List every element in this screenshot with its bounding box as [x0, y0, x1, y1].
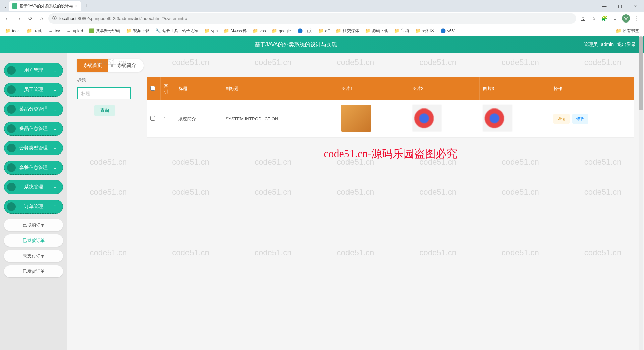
bookmark-item[interactable]: 📁vpn — [202, 27, 220, 35]
bookmark-icon: 📁 — [415, 28, 421, 34]
bookmark-label: 云社区 — [422, 28, 434, 34]
browser-chrome: ⌄ 基于JAVA的外卖系统的设计与 × + — ▢ ✕ ← → ⟳ ⌂ ⓘ lo… — [0, 0, 644, 37]
bookmark-item[interactable]: ☁uplod — [64, 27, 85, 35]
bookmark-label: google — [279, 29, 291, 33]
bookmark-icon: 📁 — [5, 28, 10, 34]
bookmark-label: tools — [12, 29, 20, 33]
scrollbar[interactable] — [639, 36, 643, 37]
site-info-icon[interactable]: ⓘ — [52, 15, 57, 21]
bookmark-label: v651 — [447, 29, 456, 33]
bookmark-label: 站长工具 - 站长之家 — [162, 28, 198, 34]
favicon-icon — [12, 3, 17, 9]
reload-icon[interactable]: ⟳ — [25, 14, 35, 23]
bookmark-label: 社交媒体 — [343, 28, 359, 34]
password-icon[interactable]: ⚿ — [578, 14, 588, 23]
bookmark-icon: ☁ — [66, 28, 71, 34]
maximize-icon[interactable]: ▢ — [613, 1, 627, 11]
bookmark-icon: 🔧 — [155, 28, 161, 34]
bookmark-icon: 🔵 — [440, 28, 446, 34]
bookmark-icon: 📁 — [253, 28, 258, 34]
bookmark-icon: 🟩 — [89, 28, 94, 34]
bookmark-icon: 📁 — [224, 28, 229, 34]
forward-icon[interactable]: → — [14, 14, 23, 23]
bookmark-label: aff — [325, 29, 330, 33]
bookmark-label: vps — [260, 29, 266, 33]
url-host: localhost:8080/springboot9r2r3/admin/dis… — [59, 16, 187, 21]
minimize-icon[interactable]: — — [598, 1, 611, 11]
bookmark-item[interactable]: 📁源码下载 — [363, 27, 390, 35]
folder-icon: 📁 — [616, 28, 621, 34]
close-tab-icon[interactable]: × — [75, 3, 78, 9]
bookmark-label: 共享账号密码 — [96, 28, 120, 34]
bookmark-label: uplod — [73, 29, 83, 33]
browser-toolbar: ← → ⟳ ⌂ ⓘ localhost:8080/springboot9r2r3… — [0, 12, 644, 25]
bookmark-label: 宝藏 — [34, 28, 42, 34]
back-icon[interactable]: ← — [3, 14, 12, 23]
bookmark-icon: 📁 — [394, 28, 399, 34]
bookmark-label: 源码下载 — [372, 28, 388, 34]
bookmark-item[interactable]: 📁社交媒体 — [333, 27, 361, 35]
tab-title: 基于JAVA的外卖系统的设计与 — [19, 3, 73, 9]
bookmark-icon: 📁 — [204, 28, 210, 34]
profile-avatar[interactable]: W — [621, 14, 631, 23]
all-bookmarks[interactable]: 📁所有书签 — [613, 27, 641, 35]
bookmark-item[interactable]: 📁google — [269, 27, 293, 35]
close-window-icon[interactable]: ✕ — [629, 1, 642, 11]
app-header: 基于JAVA的外卖系统的设计与实现 管理员 admin 退出登录 — [0, 36, 644, 37]
bookmark-icon: 📁 — [272, 28, 277, 34]
bookmark-item[interactable]: 🔵百度 — [295, 27, 315, 35]
bookmark-icon: 🔵 — [297, 28, 303, 34]
bookmark-label: txy — [55, 29, 60, 33]
download-icon[interactable]: ⭳ — [610, 14, 620, 23]
bookmark-item[interactable]: 📁tools — [3, 27, 23, 35]
tab-dropdown-icon[interactable]: ⌄ — [2, 3, 9, 9]
browser-tab[interactable]: 基于JAVA的外卖系统的设计与 × — [9, 1, 81, 11]
bookmark-item[interactable]: 📁宝塔 — [392, 27, 412, 35]
home-icon[interactable]: ⌂ — [37, 14, 46, 23]
bookmark-item[interactable]: 🟩共享账号密码 — [87, 27, 122, 35]
bookmark-item[interactable]: 📁aff — [316, 27, 332, 35]
bookmark-icon[interactable]: ☆ — [589, 14, 598, 23]
bookmark-item[interactable]: 📁Max云梯 — [221, 27, 249, 35]
bookmark-label: 宝塔 — [401, 28, 409, 34]
bookmark-icon: 📁 — [318, 28, 324, 34]
bookmark-item[interactable]: 📁vps — [250, 27, 268, 35]
extensions-icon[interactable]: 🧩 — [600, 14, 609, 23]
bookmark-item[interactable]: 🔧站长工具 - 站长之家 — [153, 27, 201, 35]
tab-bar: ⌄ 基于JAVA的外卖系统的设计与 × + — ▢ ✕ — [0, 0, 644, 12]
bookmark-item[interactable]: 🔵v651 — [438, 27, 459, 35]
menu-icon[interactable]: ⋮ — [632, 14, 641, 23]
bookmark-item[interactable]: 📁宝藏 — [24, 27, 44, 35]
bookmark-icon: 📁 — [365, 28, 370, 34]
bookmark-label: 百度 — [304, 28, 312, 34]
app: 基于JAVA的外卖系统的设计与实现 管理员 admin 退出登录 用户管理⌄员工… — [0, 36, 644, 37]
new-tab-button[interactable]: + — [81, 3, 91, 10]
bookmark-item[interactable]: ☁txy — [45, 27, 62, 35]
bookmark-label: 视频下载 — [133, 28, 149, 34]
bookmark-label: vpn — [211, 29, 218, 33]
bookmark-icon: 📁 — [126, 28, 131, 34]
bookmark-icon: 📁 — [26, 28, 32, 34]
bookmark-label: Max云梯 — [231, 28, 247, 34]
bookmark-icon: 📁 — [336, 28, 341, 34]
scrollbar-thumb[interactable] — [639, 36, 643, 37]
bookmark-item[interactable]: 📁视频下载 — [124, 27, 152, 35]
bookmarks-bar: 📁tools📁宝藏☁txy☁uplod🟩共享账号密码📁视频下载🔧站长工具 - 站… — [0, 25, 644, 36]
window-controls: — ▢ ✕ — [598, 1, 642, 11]
bookmark-item[interactable]: 📁云社区 — [413, 27, 437, 35]
bookmark-icon: ☁ — [48, 28, 53, 34]
url-bar[interactable]: ⓘ localhost:8080/springboot9r2r3/admin/d… — [48, 13, 576, 24]
